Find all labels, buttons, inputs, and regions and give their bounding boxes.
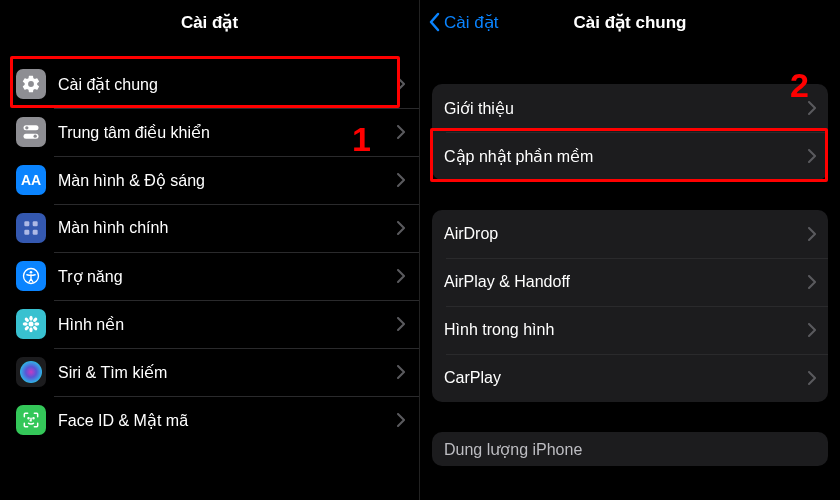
chevron-right-icon [808,227,816,241]
row-label: Cập nhật phần mềm [444,147,808,166]
row-label: AirPlay & Handoff [444,273,808,291]
svg-point-20 [28,418,29,419]
flower-icon [16,309,46,339]
svg-point-16 [32,317,38,323]
row-label: Màn hình chính [58,219,397,237]
row-carplay[interactable]: CarPlay [432,354,828,402]
gear-icon [16,69,46,99]
svg-point-3 [34,135,37,138]
faceid-icon [16,405,46,435]
row-label: Siri & Tìm kiếm [58,363,397,382]
svg-point-1 [25,126,28,129]
toggles-icon [16,117,46,147]
row-airdrop[interactable]: AirDrop [432,210,828,258]
svg-point-15 [24,317,30,323]
row-label: Dung lượng iPhone [444,440,816,459]
back-button[interactable]: Cài đặt [428,0,498,44]
row-label: Trung tâm điều khiển [58,123,397,142]
chevron-right-icon [397,413,405,427]
svg-point-12 [29,327,32,332]
row-label: Cài đặt chung [58,75,397,94]
svg-point-9 [30,271,33,274]
row-iphone-storage[interactable]: Dung lượng iPhone [432,432,828,466]
svg-point-17 [24,325,30,331]
siri-icon [16,357,46,387]
header: Cài đặt Cài đặt chung [420,0,840,44]
svg-point-13 [23,322,28,325]
chevron-right-icon [397,173,405,187]
row-faceid-passcode[interactable]: Face ID & Mật mã [0,396,419,444]
svg-point-14 [34,322,39,325]
row-label: AirDrop [444,225,808,243]
chevron-right-icon [397,269,405,283]
chevron-right-icon [397,221,405,235]
row-label: Giới thiệu [444,99,808,118]
svg-rect-7 [33,230,38,235]
row-label: Hình nền [58,315,397,334]
row-accessibility[interactable]: Trợ năng [0,252,419,300]
page-title: Cài đặt [181,12,238,33]
row-picture-in-picture[interactable]: Hình trong hình [432,306,828,354]
settings-root-panel: Cài đặt Cài đặt chung Trung tâm điều khi… [0,0,420,500]
svg-point-19 [20,361,42,383]
back-label: Cài đặt [444,12,498,33]
group-storage: Dung lượng iPhone [432,432,828,466]
grid-icon [16,213,46,243]
row-control-center[interactable]: Trung tâm điều khiển [0,108,419,156]
header: Cài đặt [0,0,419,44]
row-label: Face ID & Mật mã [58,411,397,430]
chevron-right-icon [397,77,405,91]
row-general[interactable]: Cài đặt chung [0,60,419,108]
svg-point-10 [29,322,34,327]
row-home-screen[interactable]: Màn hình chính [0,204,419,252]
row-airplay-handoff[interactable]: AirPlay & Handoff [432,258,828,306]
settings-list: Cài đặt chung Trung tâm điều khiển AA Mà… [0,60,419,444]
page-title: Cài đặt chung [574,12,687,33]
row-label: Màn hình & Độ sáng [58,171,397,190]
svg-rect-4 [24,221,29,226]
row-siri-search[interactable]: Siri & Tìm kiếm [0,348,419,396]
row-software-update[interactable]: Cập nhật phần mềm [432,132,828,180]
row-label: Hình trong hình [444,321,808,339]
chevron-right-icon [808,371,816,385]
row-label: CarPlay [444,369,808,387]
chevron-right-icon [808,275,816,289]
chevron-left-icon [428,12,440,32]
svg-point-11 [29,316,32,321]
chevron-right-icon [808,101,816,115]
chevron-right-icon [808,149,816,163]
row-display-brightness[interactable]: AA Màn hình & Độ sáng [0,156,419,204]
group-about-update: Giới thiệu Cập nhật phần mềm [432,84,828,180]
general-settings-panel: Cài đặt Cài đặt chung Giới thiệu Cập nhậ… [420,0,840,500]
chevron-right-icon [397,317,405,331]
svg-point-18 [32,325,38,331]
accessibility-icon [16,261,46,291]
row-label: Trợ năng [58,267,397,286]
text-size-icon: AA [16,165,46,195]
svg-rect-6 [24,230,29,235]
chevron-right-icon [397,125,405,139]
group-airdrop-etc: AirDrop AirPlay & Handoff Hình trong hìn… [432,210,828,402]
chevron-right-icon [808,323,816,337]
svg-rect-5 [33,221,38,226]
chevron-right-icon [397,365,405,379]
row-wallpaper[interactable]: Hình nền [0,300,419,348]
svg-point-21 [33,418,34,419]
row-about[interactable]: Giới thiệu [432,84,828,132]
